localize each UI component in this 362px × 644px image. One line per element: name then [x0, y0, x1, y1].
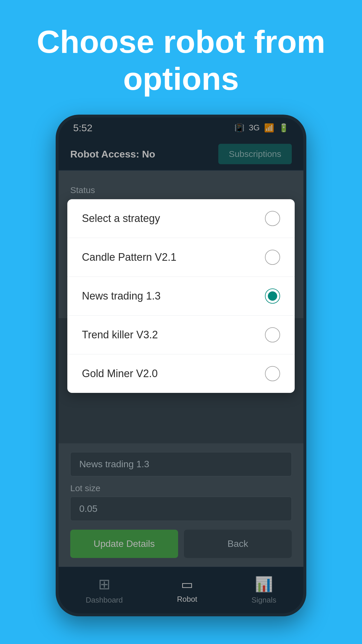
phone-frame: 5:52 📳 3G 📶 🔋 Robot Access: No Subscript…	[0, 115, 362, 616]
page-header: Choose robot from options	[0, 0, 362, 115]
strategy-option-select[interactable]: Select a strategy	[67, 199, 295, 238]
strategy-dropdown: Select a strategy Candle Pattern V2.1 Ne…	[67, 199, 295, 393]
strategy-option-gold[interactable]: Gold Miner V2.0	[67, 354, 295, 393]
radio-gold	[265, 366, 280, 381]
radio-trend	[265, 327, 280, 342]
header-title: Choose robot from options	[17, 23, 345, 97]
radio-select	[265, 211, 280, 226]
radio-news-inner	[268, 291, 277, 301]
strategy-label-news: News trading 1.3	[82, 290, 161, 302]
strategy-option-trend[interactable]: Trend killer V3.2	[67, 316, 295, 354]
strategy-label-select: Select a strategy	[82, 212, 160, 225]
strategy-label-gold: Gold Miner V2.0	[82, 368, 158, 380]
radio-candle	[265, 250, 280, 265]
strategy-option-candle[interactable]: Candle Pattern V2.1	[67, 238, 295, 277]
strategy-label-trend: Trend killer V3.2	[82, 329, 158, 341]
radio-news	[265, 288, 280, 304]
strategy-label-candle: Candle Pattern V2.1	[82, 251, 176, 263]
strategy-option-news[interactable]: News trading 1.3	[67, 277, 295, 316]
